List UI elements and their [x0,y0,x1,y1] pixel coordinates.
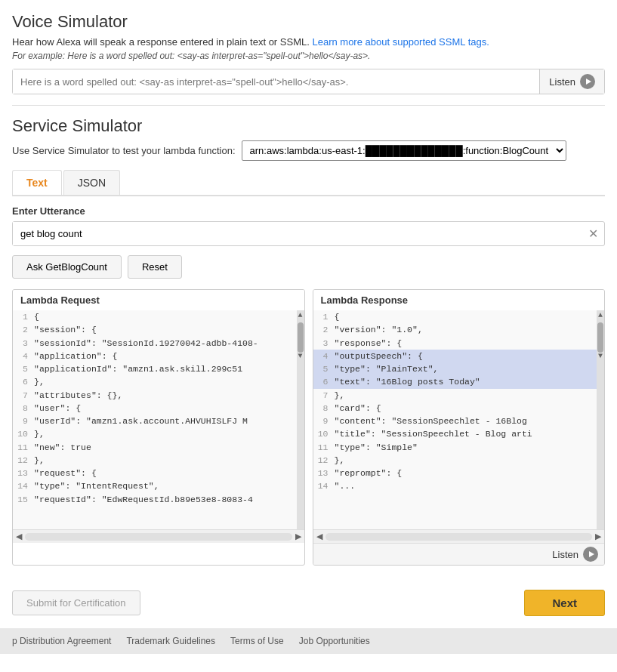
line-number: 11 [13,441,34,454]
request-vertical-scrollbar[interactable]: ▲ ▼ [297,310,304,529]
response-scroll-down[interactable]: ▼ [598,353,603,360]
response-scroll-left[interactable]: ◀ [316,532,322,541]
request-scroll-thumb[interactable] [298,322,304,353]
table-row: 15 "requestId": "EdwRequestId.b89e53e8-8… [13,493,304,506]
footer-link-terms[interactable]: Terms of Use [230,636,284,646]
code-cell: "response": { [335,337,605,350]
line-number: 12 [313,454,335,467]
voice-input-row: Listen [12,69,605,94]
line-number: 7 [313,389,335,402]
line-number: 13 [13,467,34,479]
table-row: 9 "userId": "amzn1.ask.account.AHVUHISLF… [13,415,304,427]
table-row: 8 "card": { [313,402,605,415]
table-row: 16 "locale": "en-US" [13,506,304,507]
code-cell: "type": "PlainText", [335,362,605,375]
lambda-response-title: Lambda Response [313,290,605,310]
table-row: 10 }, [13,427,304,440]
code-cell: "request": { [34,467,304,479]
table-row: 2 "version": "1.0", [313,323,605,336]
lambda-request-title: Lambda Request [13,290,304,310]
voice-listen-button[interactable]: Listen [539,69,604,94]
reset-button[interactable]: Reset [128,255,182,279]
table-row: 14 "type": "IntentRequest", [13,479,304,492]
code-cell: }, [34,454,304,467]
request-scroll-left[interactable]: ◀ [16,532,22,541]
tab-json[interactable]: JSON [63,170,120,195]
listen-label: Listen [549,76,575,88]
request-scrollbar-track[interactable] [25,533,292,541]
response-scrollbar-track[interactable] [325,533,593,541]
table-row: 2 "session": { [13,323,304,336]
bottom-actions: Submit for Certification Next [0,578,617,628]
footer: p Distribution Agreement Trademark Guide… [0,628,617,654]
line-number: 12 [13,454,34,467]
example-text: For example: Here is a word spelled out:… [12,51,605,61]
table-row: 3 "response": { [313,337,605,350]
line-number: 14 [313,479,335,492]
table-row: 6 }, [13,375,304,388]
code-cell: "user": { [34,402,304,415]
response-scroll-up[interactable]: ▲ [598,312,603,319]
code-cell: "title": "SessionSpeechlet - Blog arti [335,427,605,440]
ask-button[interactable]: Ask GetBlogCount [12,255,122,279]
code-cell: "applicationId": "amzn1.ask.skill.299c51 [34,362,304,375]
lambda-select[interactable]: arn:aws:lambda:us-east-1:██████████████:… [242,140,566,161]
footer-link-jobs[interactable]: Job Opportunities [299,636,370,646]
line-number: 16 [13,506,34,507]
line-number: 10 [13,427,34,440]
footer-link-trademark[interactable]: Trademark Guidelines [126,636,215,646]
table-row: 7 "attributes": {}, [13,389,304,402]
line-number: 4 [13,350,34,362]
line-number: 5 [313,362,335,375]
line-number: 8 [13,402,34,415]
line-number: 15 [13,493,34,506]
lambda-request-panel: Lambda Request 1{2 "session": {3 "sessio… [12,289,305,566]
response-scroll-thumb[interactable] [597,322,603,353]
code-cell: "... [335,479,605,492]
learn-more-link[interactable]: Learn more about supported SSML tags. [312,36,489,48]
tabs-row: Text JSON [12,170,605,196]
tab-text[interactable]: Text [12,170,62,195]
lambda-row: Use Service Simulator to test your lambd… [12,140,605,161]
line-number: 3 [313,337,335,350]
response-scroll-right[interactable]: ▶ [595,532,601,541]
code-cell: "session": { [34,323,304,336]
code-cell: "locale": "en-US" [34,506,304,507]
code-cell: }, [335,454,605,467]
voice-input[interactable] [13,69,539,94]
next-button[interactable]: Next [524,590,605,616]
request-scroll-up[interactable]: ▲ [298,312,302,319]
utterance-input[interactable] [13,222,582,245]
table-row: 1{ [13,310,304,323]
line-number: 1 [313,310,335,323]
code-cell: "requestId": "EdwRequestId.b89e53e8-8083… [34,493,304,506]
code-cell: "new": true [34,441,304,454]
response-vertical-scrollbar[interactable]: ▲ ▼ [597,310,604,529]
table-row: 5 "type": "PlainText", [313,362,605,375]
lambda-response-code[interactable]: 1{2 "version": "1.0",3 "response": {4 "o… [313,310,605,529]
utterance-clear-button[interactable]: ✕ [582,223,604,244]
voice-play-icon [580,74,595,89]
table-row: 3 "sessionId": "SessionId.19270042-adbb-… [13,337,304,350]
response-play-icon[interactable] [583,547,598,562]
line-number: 9 [13,415,34,427]
code-cell: "application": { [34,350,304,362]
code-cell: { [34,310,304,323]
code-cell: "card": { [335,402,605,415]
line-number: 4 [313,350,335,362]
table-row: 13 "reprompt": { [313,467,605,479]
code-cell: "attributes": {}, [34,389,304,402]
lambda-label: Use Service Simulator to test your lambd… [12,145,236,156]
code-cell: "sessionId": "SessionId.19270042-adbb-41… [34,337,304,350]
line-number: 9 [313,415,335,427]
request-scroll-down[interactable]: ▼ [298,353,302,360]
line-number: 8 [313,402,335,415]
request-scroll-right[interactable]: ▶ [295,532,301,541]
code-cell: "text": "16Blog posts Today" [335,375,605,388]
code-cell: "version": "1.0", [335,323,605,336]
section-divider [12,105,605,106]
table-row: 12 }, [13,454,304,467]
footer-link-distribution[interactable]: p Distribution Agreement [12,636,111,646]
line-number: 13 [313,467,335,479]
lambda-request-code[interactable]: 1{2 "session": {3 "sessionId": "SessionI… [13,310,304,529]
